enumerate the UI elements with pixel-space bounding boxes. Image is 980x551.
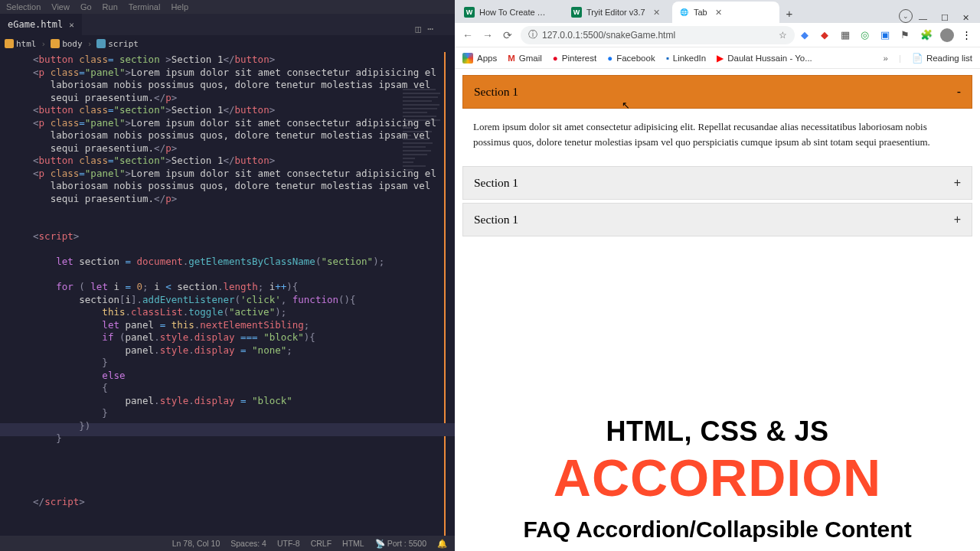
address-bar[interactable]: ⓘ 127.0.0.1:5500/snakeGame.html ☆ (521, 26, 795, 44)
forward-icon[interactable]: → (481, 29, 495, 41)
close-icon[interactable]: ✕ (715, 8, 722, 18)
window-controls: — ☐ ✕ (919, 13, 980, 23)
favicon: 🌐 (678, 7, 689, 18)
tab-label: How To Create an A (479, 8, 548, 17)
menu-item[interactable]: Help (171, 2, 188, 11)
url-text: 127.0.0.1:5500/snakeGame.html (542, 30, 675, 41)
tabs-dropdown-icon[interactable]: ⌄ (899, 9, 913, 23)
menu-item[interactable]: Run (103, 2, 118, 11)
reading-list-button[interactable]: 📄Reading list (912, 53, 972, 64)
breadcrumb[interactable]: html› body› script (0, 35, 455, 52)
accordion-title: Section 1 (474, 176, 518, 190)
ext-icon[interactable]: ▦ (841, 29, 853, 41)
browser-tabstrip: W How To Create an A W Tryit Editor v3.7… (455, 0, 980, 23)
overlay-line-3: FAQ Accordion/Collapsible Content (462, 515, 972, 544)
site-info-icon[interactable]: ⓘ (528, 28, 537, 41)
bookmark-youtube[interactable]: ▶Daulat Hussain - Yo... (717, 53, 812, 64)
new-tab-button[interactable]: + (779, 3, 799, 23)
tab-label: Tab (694, 8, 707, 17)
plus-icon: + (954, 176, 961, 190)
status-encoding[interactable]: UTF-8 (277, 539, 300, 548)
status-port[interactable]: 📡 Port : 5500 (375, 539, 426, 549)
close-icon[interactable]: ✕ (69, 20, 74, 30)
accordion: Section 1 - Lorem ipsum dolor sit amet c… (462, 75, 972, 236)
minimize-icon[interactable]: — (919, 14, 927, 23)
status-eol[interactable]: CRLF (311, 539, 332, 548)
close-icon[interactable]: ✕ (653, 8, 660, 18)
ext-icon[interactable]: ◆ (801, 29, 813, 41)
bookmark-bar: Apps MGmail ●Pinterest ●Facebook ▪Linked… (455, 47, 980, 69)
overlay-line-1: HTML, CSS & JS (462, 416, 972, 448)
tab-label: eGame.html (8, 19, 63, 30)
accordion-title: Section 1 (474, 85, 518, 99)
close-icon[interactable]: ✕ (962, 13, 969, 23)
favicon: W (571, 7, 582, 18)
bookmark-overflow-icon[interactable]: » (884, 54, 888, 63)
menu-icon[interactable]: ⋮ (962, 29, 974, 41)
ext-icon[interactable]: ◎ (861, 29, 873, 41)
menu-item[interactable]: Terminal (129, 2, 161, 11)
ext-icon[interactable]: ▣ (880, 29, 893, 41)
browser-tab-active[interactable]: 🌐 Tab ✕ (672, 2, 779, 23)
bookmark-pinterest[interactable]: ●Pinterest (553, 54, 596, 63)
editor-tabbar: eGame.html ✕ ◫ ⋯ (0, 14, 455, 35)
address-row: ← → ⟳ ⓘ 127.0.0.1:5500/snakeGame.html ☆ … (455, 23, 980, 47)
menu-item[interactable]: View (51, 2, 70, 11)
star-icon[interactable]: ☆ (779, 30, 787, 41)
reload-icon[interactable]: ⟳ (501, 29, 514, 41)
browser-tab[interactable]: W Tryit Editor v3.7 ✕ (565, 2, 672, 23)
maximize-icon[interactable]: ☐ (941, 13, 949, 23)
favicon: W (464, 7, 475, 18)
status-bar: Ln 78, Col 10 Spaces: 4 UTF-8 CRLF HTML … (0, 536, 455, 551)
accordion-header-3[interactable]: Section 1 + (462, 203, 972, 236)
accordion-header-2[interactable]: Section 1 + (462, 166, 972, 200)
menu-item[interactable]: Go (80, 2, 92, 11)
accordion-header-1[interactable]: Section 1 - (462, 75, 972, 109)
ext-icon[interactable]: ⚑ (900, 29, 913, 41)
cursor-icon: ↖ (622, 99, 630, 111)
ext-icon[interactable]: ◆ (821, 29, 833, 41)
split-editor-icon[interactable]: ◫ ⋯ (416, 23, 433, 34)
page-viewport: Section 1 - Lorem ipsum dolor sit amet c… (455, 69, 980, 551)
minus-icon: - (957, 85, 961, 99)
tab-label: Tryit Editor v3.7 (586, 8, 645, 17)
bookmark-linkedin[interactable]: ▪LinkedIn (666, 54, 707, 63)
vscode-menubar: Selection View Go Run Terminal Help (0, 0, 455, 14)
extensions-icon[interactable]: 🧩 (920, 29, 933, 41)
bookmark-gmail[interactable]: MGmail (508, 54, 542, 63)
plus-icon: + (954, 213, 961, 227)
accordion-panel-1: Lorem ipsum dolor sit amet consectetur a… (462, 109, 972, 154)
extensions: ◆ ◆ ▦ ◎ ▣ ⚑ 🧩 ⋮ (801, 28, 974, 42)
avatar[interactable] (940, 28, 954, 42)
menu-item[interactable]: Selection (6, 2, 41, 11)
editor-tab[interactable]: eGame.html ✕ (0, 14, 82, 35)
status-bell-icon[interactable]: 🔔 (437, 539, 447, 549)
status-spaces[interactable]: Spaces: 4 (230, 539, 266, 548)
overlay-line-2: ACCORDION (462, 451, 972, 505)
code-editor[interactable]: <button class= section >Section 1</butto… (0, 52, 455, 536)
overlay-caption: HTML, CSS & JS ACCORDION FAQ Accordion/C… (462, 416, 972, 543)
browser-tab[interactable]: W How To Create an A (458, 2, 565, 23)
apps-button[interactable]: Apps (462, 53, 497, 64)
accordion-title: Section 1 (474, 213, 518, 227)
status-language[interactable]: HTML (342, 539, 364, 548)
vscode-window: Selection View Go Run Terminal Help eGam… (0, 0, 455, 551)
chrome-window: W How To Create an A W Tryit Editor v3.7… (455, 0, 980, 551)
back-icon[interactable]: ← (461, 29, 475, 41)
status-cursor[interactable]: Ln 78, Col 10 (172, 539, 220, 548)
bookmark-facebook[interactable]: ●Facebook (607, 54, 655, 63)
source-code: <button class= section >Section 1</butto… (21, 54, 455, 508)
